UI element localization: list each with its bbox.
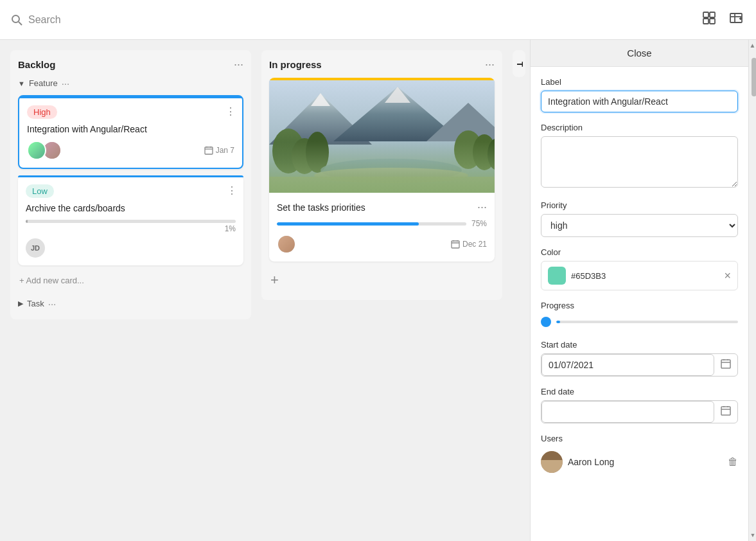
- scroll-down-arrow[interactable]: ▼: [749, 529, 756, 541]
- card-avatars-1: [27, 141, 58, 160]
- column-backlog: Backlog ··· ▼ Feature ··· High Integrati…: [10, 50, 251, 319]
- calendar-icon-1: [204, 146, 213, 155]
- add-card-button-inprogress[interactable]: +: [269, 268, 495, 292]
- user-avatar-aaron: [541, 451, 563, 473]
- panel-field-priority: Priority low medium high urgent: [541, 200, 738, 237]
- column-title-inprogress: In progress: [269, 59, 322, 70]
- grid-icon-button[interactable]: [699, 8, 719, 31]
- end-date-input[interactable]: [541, 401, 714, 423]
- panel-close-button[interactable]: Close: [531, 40, 748, 67]
- group-menu-button-feature[interactable]: ···: [62, 78, 70, 89]
- card-footer-3: Dec 21: [277, 235, 487, 254]
- avatar-initials-jd: JD: [26, 238, 45, 258]
- search-area[interactable]: Search: [10, 13, 61, 26]
- topbar-actions: [699, 8, 746, 31]
- panel-field-enddate: End date: [541, 387, 738, 423]
- label-input[interactable]: [541, 91, 738, 112]
- group-header-task[interactable]: ▶ Task ···: [18, 296, 243, 312]
- color-box: #65D3B3 ×: [541, 261, 738, 290]
- search-label: Search: [28, 14, 61, 26]
- svg-point-28: [314, 168, 468, 183]
- group-label-task: Task: [27, 299, 44, 308]
- color-hex-value: #65D3B3: [571, 271, 719, 281]
- priority-field-label: Priority: [541, 200, 738, 210]
- add-card-button[interactable]: + Add new card...: [18, 272, 243, 289]
- card-progress-2: 1%: [26, 220, 236, 233]
- add-table-button[interactable]: [726, 8, 746, 31]
- start-date-input-row: [541, 353, 738, 377]
- svg-point-21: [272, 129, 304, 173]
- card-footer-1: Jan 7: [27, 141, 234, 160]
- scrollbar-right[interactable]: ▲ ▼: [748, 40, 756, 541]
- svg-rect-4: [703, 19, 708, 24]
- calendar-icon-end: [721, 405, 731, 416]
- svg-rect-11: [205, 147, 213, 154]
- panel-field-progress: Progress: [541, 301, 738, 330]
- progress-fill-3: [277, 222, 419, 226]
- progress-track: [556, 321, 738, 323]
- column-todo-truncated: T: [513, 50, 525, 77]
- priority-badge-high: High: [27, 105, 57, 119]
- progress-label-2: 1%: [26, 224, 236, 233]
- panel-field-startdate: Start date: [541, 340, 738, 377]
- color-field-label: Color: [541, 247, 738, 257]
- group-menu-button-task[interactable]: ···: [48, 298, 57, 309]
- card-date-label-3: Dec 21: [462, 240, 487, 249]
- main-layout: Backlog ··· ▼ Feature ··· High Integrati…: [0, 40, 756, 541]
- panel-body: Label Description Priority low medium hi…: [531, 67, 748, 487]
- start-date-calendar-button[interactable]: [714, 355, 737, 375]
- card-title-2: Archive the cards/boards: [26, 203, 236, 213]
- svg-rect-30: [452, 241, 459, 248]
- label-field-label: Label: [541, 77, 738, 87]
- card-menu-button-2[interactable]: ⋮: [227, 184, 237, 197]
- user-delete-button-aaron[interactable]: 🗑: [728, 456, 738, 468]
- card-top-bar-2: [18, 175, 243, 177]
- svg-point-27: [321, 159, 462, 182]
- card-date-3: Dec 21: [451, 240, 487, 249]
- avatar-3: [277, 235, 296, 254]
- avatar-1: [27, 141, 46, 160]
- card-archive-boards[interactable]: Low Archive the cards/boards ⋮ 1% JD: [18, 175, 243, 265]
- color-swatch: [548, 267, 566, 285]
- card-menu-3[interactable]: ···: [477, 200, 487, 214]
- card-tasks-priorities[interactable]: Set the tasks priorities ··· 75%: [269, 78, 495, 262]
- column-menu-button-inprogress[interactable]: ···: [485, 58, 495, 71]
- users-field-label: Users: [541, 434, 738, 443]
- panel-field-label: Label: [541, 77, 738, 112]
- color-clear-button[interactable]: ×: [724, 269, 731, 283]
- group-label-feature: Feature: [29, 78, 58, 88]
- mountain-svg: [269, 80, 495, 193]
- column-header-inprogress: In progress ···: [269, 58, 495, 71]
- calendar-icon-3: [451, 240, 460, 249]
- svg-line-1: [19, 22, 22, 25]
- description-field-label: Description: [541, 123, 738, 132]
- card-menu-button-1[interactable]: ⋮: [225, 105, 236, 118]
- group-header-feature[interactable]: ▼ Feature ···: [18, 78, 243, 89]
- card-body-3: Set the tasks priorities ··· 75%: [269, 193, 495, 262]
- progress-field-label: Progress: [541, 301, 738, 310]
- panel-field-color: Color #65D3B3 ×: [541, 247, 738, 290]
- start-date-input[interactable]: [541, 354, 714, 376]
- user-info-aaron: Aaron Long: [541, 451, 614, 473]
- column-menu-button-backlog[interactable]: ···: [234, 58, 243, 71]
- svg-point-22: [292, 138, 317, 174]
- end-date-field-label: End date: [541, 387, 738, 396]
- priority-badge-low: Low: [26, 184, 54, 198]
- svg-rect-29: [269, 177, 495, 193]
- panel-field-description: Description: [541, 123, 738, 190]
- calendar-icon-start: [721, 359, 731, 369]
- scrollbar-thumb[interactable]: [752, 58, 756, 96]
- column-title-backlog: Backlog: [18, 59, 55, 70]
- right-panel: ▲ Close Label Description Priority low m…: [530, 40, 748, 541]
- svg-rect-2: [703, 12, 708, 17]
- progress-label-3: 75%: [471, 219, 487, 228]
- card-integration-angular[interactable]: High Integration with Angular/React ⋮: [18, 95, 243, 169]
- svg-rect-38: [721, 407, 730, 415]
- end-date-calendar-button[interactable]: [714, 402, 737, 422]
- group-chevron-icon: ▼: [18, 80, 25, 87]
- priority-select[interactable]: low medium high urgent: [541, 214, 738, 237]
- svg-point-0: [12, 15, 19, 22]
- description-textarea[interactable]: [541, 136, 738, 188]
- card-progress-3: 75%: [277, 219, 487, 228]
- svg-point-23: [306, 132, 329, 173]
